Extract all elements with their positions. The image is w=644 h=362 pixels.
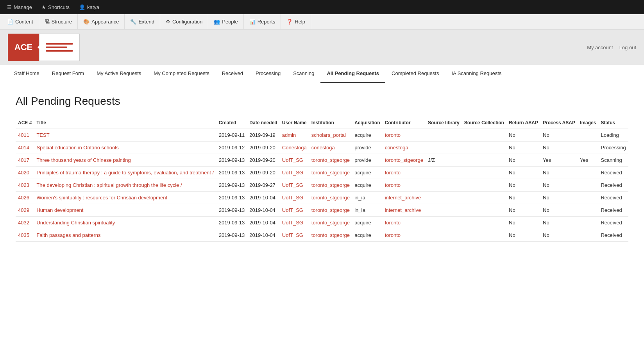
cell-sourceLibrary — [426, 229, 462, 242]
shortcuts-label: Shortcuts — [48, 4, 70, 10]
nav-appearance[interactable]: 🎨 Appearance — [78, 14, 125, 29]
cell-acquisition: provide — [352, 154, 382, 167]
cell-ace[interactable]: 4035 — [16, 229, 34, 242]
page-nav-all-pending-requests[interactable]: All Pending Requests — [320, 65, 385, 83]
nav-reports[interactable]: 📊 Reports — [244, 14, 281, 29]
cell-ace[interactable]: 4029 — [16, 204, 34, 217]
appearance-icon: 🎨 — [83, 19, 89, 25]
cell-contributor[interactable]: toronto — [383, 167, 426, 179]
cell-title[interactable]: Special education in Ontario schools — [34, 142, 216, 154]
cell-institution[interactable]: toronto_stgeorge — [309, 217, 352, 229]
manage-button[interactable]: ☰ Manage — [3, 0, 36, 14]
page-nav-my-completed-requests[interactable]: My Completed Requests — [147, 65, 215, 83]
cell-returnASAP: No — [506, 217, 540, 229]
nav-configuration[interactable]: ⚙ Configuration — [160, 14, 208, 29]
cell-institution[interactable]: toronto_stgeorge — [309, 192, 352, 204]
col-header-ace: ACE # — [16, 117, 34, 129]
cell-ace[interactable]: 4017 — [16, 154, 34, 167]
cell-institution[interactable]: scholars_portal — [309, 129, 352, 142]
cell-userName[interactable]: UofT_SG — [280, 229, 309, 242]
cell-sourceLibrary: J/Z — [426, 154, 462, 167]
content-label: Content — [15, 19, 33, 25]
cell-userName[interactable]: UofT_SG — [280, 167, 309, 179]
people-icon: 👥 — [214, 19, 220, 25]
cell-sourceLibrary — [426, 204, 462, 217]
page-nav-my-active-requests[interactable]: My Active Requests — [90, 65, 147, 83]
reports-label: Reports — [258, 19, 275, 25]
cell-acquisition: acquire — [352, 129, 382, 142]
cell-ace[interactable]: 4014 — [16, 142, 34, 154]
cell-title[interactable]: Understanding Christian spirituality — [34, 217, 216, 229]
cell-contributor[interactable]: toronto_stgeorge — [383, 154, 426, 167]
cell-contributor[interactable]: internet_archive — [383, 204, 426, 217]
cell-institution[interactable]: conestoga — [309, 142, 352, 154]
nav-people[interactable]: 👥 People — [208, 14, 243, 29]
page-nav-ia-scanning-requests[interactable]: IA Scanning Requests — [445, 65, 508, 83]
cell-ace[interactable]: 4026 — [16, 192, 34, 204]
cell-userName[interactable]: UofT_SG — [280, 154, 309, 167]
nav-content[interactable]: 📄 Content — [2, 14, 39, 29]
cell-processASAP: No — [540, 204, 578, 217]
cell-contributor[interactable]: internet_archive — [383, 192, 426, 204]
cell-title[interactable]: Three thousand years of Chinese painting — [34, 154, 216, 167]
cell-contributor[interactable]: conestoga — [383, 142, 426, 154]
nav-extend[interactable]: 🔧 Extend — [125, 14, 160, 29]
cell-contributor[interactable]: toronto — [383, 179, 426, 192]
nav-structure[interactable]: 🏗 Structure — [39, 14, 78, 29]
shortcuts-button[interactable]: ★ Shortcuts — [38, 0, 73, 14]
cell-title[interactable]: Faith passages and patterns — [34, 229, 216, 242]
cell-contributor[interactable]: toronto — [383, 229, 426, 242]
col-header-processASAP: Process ASAP — [540, 117, 578, 129]
cell-title[interactable]: Human development — [34, 204, 216, 217]
cell-dateNeeded: 2019-09-20 — [247, 154, 279, 167]
cell-userName[interactable]: Conestoga — [280, 142, 309, 154]
cell-userName[interactable]: UofT_SG — [280, 204, 309, 217]
cell-sourceCollection — [462, 129, 506, 142]
cell-userName[interactable]: UofT_SG — [280, 192, 309, 204]
cell-created: 2019-09-13 — [216, 167, 247, 179]
cell-institution[interactable]: toronto_stgeorge — [309, 167, 352, 179]
cell-status: Received — [598, 179, 628, 192]
page-nav-request-form[interactable]: Request Form — [46, 65, 90, 83]
page-nav-processing[interactable]: Processing — [249, 65, 287, 83]
cell-title[interactable]: TEST — [34, 129, 216, 142]
logo-speech — [39, 34, 80, 61]
cell-userName[interactable]: UofT_SG — [280, 179, 309, 192]
cell-processASAP: No — [540, 142, 578, 154]
col-header-institution: Institution — [309, 117, 352, 129]
page-nav-completed-requests[interactable]: Completed Requests — [385, 65, 445, 83]
cell-contributor[interactable]: toronto — [383, 217, 426, 229]
cell-institution[interactable]: toronto_stgeorge — [309, 229, 352, 242]
cell-ace[interactable]: 4032 — [16, 217, 34, 229]
cell-ace[interactable]: 4011 — [16, 129, 34, 142]
cell-images — [578, 142, 598, 154]
header-links: My account Log out — [587, 45, 636, 50]
col-header-sourceLibrary: Source library — [426, 117, 462, 129]
log-out-link[interactable]: Log out — [619, 45, 636, 50]
cell-acquisition: in_ia — [352, 204, 382, 217]
page-nav-staff-home[interactable]: Staff Home — [8, 65, 46, 83]
page-nav-received[interactable]: Received — [216, 65, 249, 83]
cell-institution[interactable]: toronto_stgeorge — [309, 154, 352, 167]
cell-title[interactable]: Principles of trauma therapy : a guide t… — [34, 167, 216, 179]
cell-userName[interactable]: admin — [280, 129, 309, 142]
cell-ace[interactable]: 4023 — [16, 179, 34, 192]
cell-acquisition: acquire — [352, 217, 382, 229]
cell-title[interactable]: Women's spirituality : resources for Chr… — [34, 192, 216, 204]
cell-institution[interactable]: toronto_stgeorge — [309, 179, 352, 192]
page-nav-scanning[interactable]: Scanning — [287, 65, 320, 83]
cell-institution[interactable]: toronto_stgeorge — [309, 204, 352, 217]
speech-line-3 — [46, 50, 73, 52]
cell-title[interactable]: The developing Christian : spiritual gro… — [34, 179, 216, 192]
my-account-link[interactable]: My account — [587, 45, 613, 50]
cell-contributor[interactable]: toronto — [383, 129, 426, 142]
cell-userName[interactable]: UofT_SG — [280, 217, 309, 229]
cell-ace[interactable]: 4020 — [16, 167, 34, 179]
nav-help[interactable]: ❓ Help — [281, 14, 311, 29]
cell-created: 2019-09-13 — [216, 179, 247, 192]
help-icon: ❓ — [286, 19, 293, 25]
header-area: ACE My account Log out — [0, 30, 644, 65]
cell-dateNeeded: 2019-10-04 — [247, 229, 279, 242]
extend-label: Extend — [138, 19, 154, 25]
user-button[interactable]: 👤 katya — [75, 0, 103, 14]
